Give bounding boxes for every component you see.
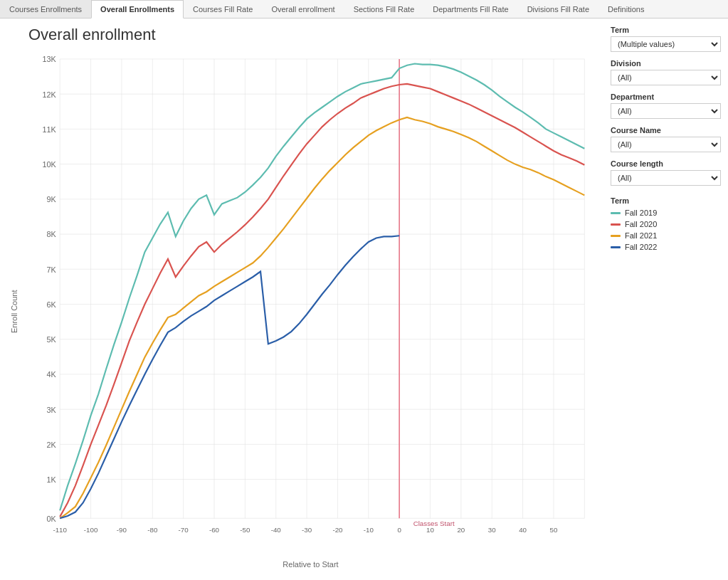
legend-item-fall2020: Fall 2020 bbox=[611, 220, 721, 228]
svg-text:4K: 4K bbox=[47, 370, 57, 379]
filter-course-name: Course Name (All) bbox=[611, 126, 721, 152]
tab-definitions[interactable]: Definitions bbox=[598, 0, 653, 18]
legend-item-fall2019: Fall 2019 bbox=[611, 209, 721, 217]
tab-courses-enrollments[interactable]: Courses Enrollments bbox=[0, 0, 91, 18]
legend-title: Term bbox=[611, 196, 721, 205]
svg-text:10K: 10K bbox=[43, 160, 57, 169]
tab-divisions-fill-rate[interactable]: Divisions Fill Rate bbox=[518, 0, 598, 18]
svg-text:1K: 1K bbox=[47, 475, 57, 484]
legend-label-fall2021: Fall 2021 bbox=[625, 231, 657, 240]
svg-rect-0 bbox=[60, 59, 584, 518]
svg-text:5K: 5K bbox=[47, 335, 57, 344]
tab-overall-enrollment[interactable]: Overall enrollment bbox=[262, 0, 344, 18]
svg-text:Classes Start: Classes Start bbox=[413, 520, 455, 527]
filter-division-label: Division bbox=[611, 59, 721, 68]
svg-text:9K: 9K bbox=[47, 195, 57, 204]
legend: Term Fall 2019 Fall 2020 Fall 2021 Fall … bbox=[611, 196, 721, 254]
tab-sections-fill-rate[interactable]: Sections Fill Rate bbox=[344, 0, 424, 18]
svg-text:-110: -110 bbox=[53, 526, 67, 534]
filter-term-select[interactable]: (Multiple values) bbox=[611, 36, 721, 52]
svg-text:6K: 6K bbox=[47, 300, 57, 309]
svg-text:40: 40 bbox=[519, 526, 527, 534]
svg-text:-60: -60 bbox=[209, 526, 220, 534]
svg-text:2K: 2K bbox=[47, 441, 57, 449]
svg-text:-80: -80 bbox=[147, 526, 158, 534]
x-axis-label: Relative to Start bbox=[21, 557, 600, 571]
svg-text:-20: -20 bbox=[332, 526, 343, 534]
svg-text:12K: 12K bbox=[43, 90, 57, 98]
y-axis-label: Enroll Count bbox=[7, 51, 21, 571]
filter-course-name-label: Course Name bbox=[611, 126, 721, 135]
filter-division: Division (All) bbox=[611, 59, 721, 85]
svg-text:-100: -100 bbox=[84, 526, 98, 534]
tab-courses-fill-rate[interactable]: Courses Fill Rate bbox=[184, 0, 262, 18]
svg-text:7K: 7K bbox=[47, 265, 57, 274]
chart-inner: 13K 12K 11K 10K 9K 8K 7K 6K 5K 4K 3K 2K … bbox=[21, 51, 600, 571]
tab-departments-fill-rate[interactable]: Departments Fill Rate bbox=[423, 0, 517, 18]
filter-department: Department (All) bbox=[611, 93, 721, 119]
filter-department-label: Department bbox=[611, 93, 721, 101]
filter-division-select[interactable]: (All) bbox=[611, 70, 721, 85]
filter-course-name-select[interactable]: (All) bbox=[611, 137, 721, 152]
tab-bar: Courses Enrollments Overall Enrollments … bbox=[0, 0, 728, 19]
legend-color-fall2020 bbox=[611, 223, 621, 226]
filter-term-label: Term bbox=[611, 26, 721, 34]
chart-container: Enroll Count bbox=[7, 51, 600, 571]
legend-label-fall2022: Fall 2022 bbox=[625, 243, 657, 251]
filter-department-select[interactable]: (All) bbox=[611, 103, 721, 119]
filter-course-length-label: Course length bbox=[611, 159, 721, 168]
legend-item-fall2022: Fall 2022 bbox=[611, 243, 721, 251]
chart-svg-area: 13K 12K 11K 10K 9K 8K 7K 6K 5K 4K 3K 2K … bbox=[21, 51, 600, 557]
svg-text:0K: 0K bbox=[47, 515, 57, 523]
svg-text:-90: -90 bbox=[117, 526, 127, 534]
chart-svg: 13K 12K 11K 10K 9K 8K 7K 6K 5K 4K 3K 2K … bbox=[21, 51, 600, 557]
svg-text:3K: 3K bbox=[47, 405, 57, 413]
right-panel: Term (Multiple values) Division (All) De… bbox=[603, 19, 728, 579]
filter-course-length: Course length (All) bbox=[611, 159, 721, 186]
legend-color-fall2022 bbox=[611, 246, 621, 248]
svg-text:-70: -70 bbox=[179, 526, 189, 534]
svg-text:-10: -10 bbox=[364, 526, 374, 534]
filter-term: Term (Multiple values) bbox=[611, 26, 721, 52]
legend-label-fall2019: Fall 2019 bbox=[625, 209, 657, 217]
legend-color-fall2021 bbox=[611, 235, 621, 237]
page-title: Overall enrollment bbox=[28, 26, 600, 44]
svg-text:8K: 8K bbox=[47, 230, 57, 238]
svg-text:50: 50 bbox=[550, 526, 558, 534]
legend-item-fall2021: Fall 2021 bbox=[611, 231, 721, 240]
chart-area: Overall enrollment Enroll Count bbox=[0, 19, 603, 579]
svg-text:13K: 13K bbox=[43, 55, 57, 63]
svg-text:-30: -30 bbox=[302, 526, 312, 534]
tab-overall-enrollments[interactable]: Overall Enrollments bbox=[91, 0, 184, 19]
svg-text:0: 0 bbox=[397, 526, 401, 534]
filter-course-length-select[interactable]: (All) bbox=[611, 170, 721, 186]
legend-label-fall2020: Fall 2020 bbox=[625, 220, 657, 228]
svg-text:20: 20 bbox=[457, 526, 465, 534]
legend-color-fall2019 bbox=[611, 212, 621, 214]
svg-text:-50: -50 bbox=[240, 526, 250, 534]
main-content: Overall enrollment Enroll Count bbox=[0, 19, 728, 579]
svg-text:11K: 11K bbox=[43, 125, 57, 134]
svg-text:-40: -40 bbox=[271, 526, 282, 534]
svg-text:30: 30 bbox=[488, 526, 496, 534]
